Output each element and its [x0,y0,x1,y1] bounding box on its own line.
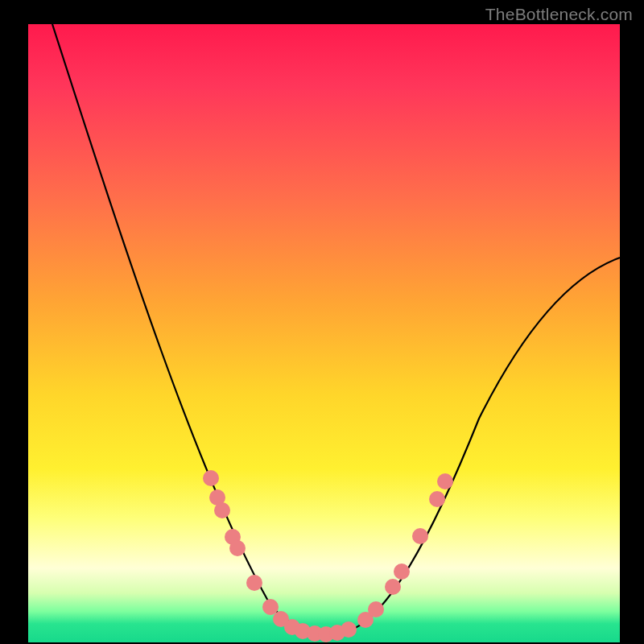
marker-dot [214,502,230,518]
marker-dot [368,601,384,617]
plot-area [28,24,620,642]
watermark-text: TheBottleneck.com [485,5,633,24]
marker-dot [341,621,357,638]
marker-dot [412,528,428,544]
marker-dot [203,470,219,486]
marker-dot [229,540,246,556]
chart-frame: TheBottleneck.com [0,0,644,644]
marker-dot [394,564,410,580]
curve-layer [28,24,620,642]
bottleneck-curve [52,24,620,632]
marker-dot [437,473,453,489]
marker-dot [385,579,401,595]
marker-dot [429,491,445,507]
marker-dot [246,575,262,591]
